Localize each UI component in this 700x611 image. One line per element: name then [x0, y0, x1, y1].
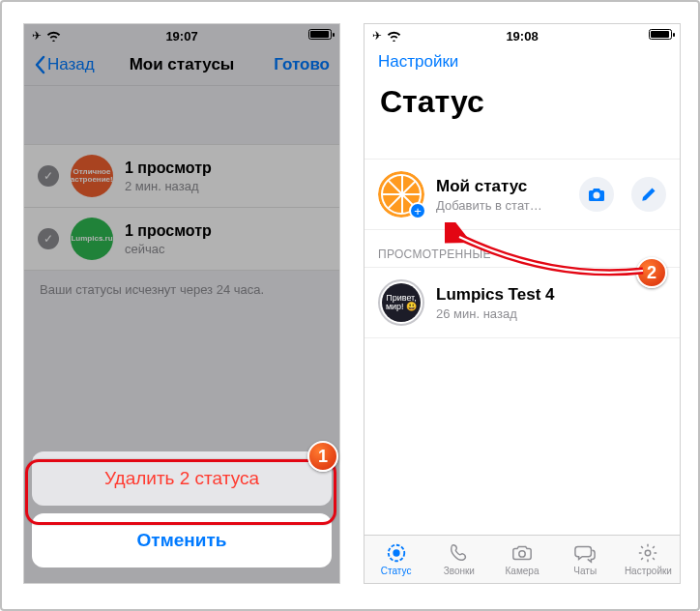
viewed-section-header: ПРОСМОТРЕННЫЕ [365, 230, 680, 267]
camera-icon [588, 187, 605, 202]
viewed-row-subtitle: 26 мин. назад [436, 306, 666, 321]
viewed-status-row[interactable]: Привет, мир! 😃 Lumpics Test 4 26 мин. на… [365, 267, 680, 338]
cancel-button[interactable]: Отменить [32, 513, 332, 567]
svg-point-2 [519, 551, 525, 557]
battery-icon [649, 29, 672, 40]
settings-back-link[interactable]: Настройки [378, 52, 458, 72]
camera-tab-icon [510, 542, 534, 564]
clock-time: 19:08 [365, 29, 680, 44]
phone-left: ✈ 19:07 Назад Мои статусы Готово ✓ Отлич… [23, 23, 340, 584]
status-tab-icon [385, 542, 408, 564]
delete-button[interactable]: Удалить 2 статуса [32, 451, 332, 506]
action-sheet: Удалить 2 статуса Отменить [32, 451, 332, 575]
plus-icon: + [409, 202, 426, 219]
step-badge-1: 1 [307, 441, 338, 472]
tab-chats[interactable]: Чаты [554, 536, 617, 583]
chats-tab-icon [573, 542, 597, 564]
my-status-subtitle: Добавить в стат… [436, 198, 562, 213]
settings-tab-icon [636, 542, 659, 564]
pencil-icon [641, 187, 656, 202]
viewed-row-title: Lumpics Test 4 [436, 285, 666, 305]
page-title: Статус [365, 80, 680, 131]
edit-button[interactable] [631, 177, 666, 212]
phone-right: ✈ 19:08 Настройки Статус + Мой статус До… [364, 23, 681, 584]
tab-calls[interactable]: Звонки [427, 536, 490, 583]
camera-button[interactable] [579, 177, 614, 212]
nav-bar: Настройки [365, 44, 680, 80]
status-bar: ✈ 19:08 [365, 24, 680, 44]
tab-status[interactable]: Статус [365, 536, 427, 583]
tab-camera[interactable]: Камера [490, 536, 553, 583]
tab-bar: Статус Звонки Камера Чаты Настройки [365, 535, 680, 583]
svg-point-1 [393, 549, 399, 556]
calls-tab-icon [448, 542, 471, 564]
viewed-avatar: Привет, мир! 😃 [382, 283, 421, 322]
my-status-row[interactable]: + Мой статус Добавить в стат… [365, 159, 680, 230]
tab-settings[interactable]: Настройки [617, 536, 680, 583]
svg-point-3 [646, 550, 652, 556]
step-badge-2: 2 [636, 257, 667, 288]
viewed-avatar-ring: Привет, мир! 😃 [378, 279, 424, 326]
my-status-title: Мой статус [436, 177, 562, 196]
